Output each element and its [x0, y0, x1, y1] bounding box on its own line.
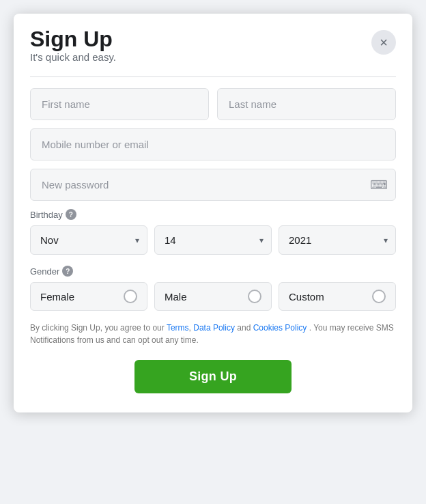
signup-button[interactable]: Sign Up	[134, 360, 292, 393]
terms-text: By clicking Sign Up, you agree to our Te…	[30, 322, 396, 346]
birthday-help-icon[interactable]: ?	[66, 209, 76, 220]
birthday-label-row: Birthday ?	[30, 209, 396, 220]
cookies-policy-link[interactable]: Cookies Policy	[253, 323, 307, 333]
gender-male-option[interactable]: Male	[154, 282, 272, 311]
close-icon: ×	[380, 35, 388, 51]
name-row	[30, 88, 396, 120]
password-wrapper: ⌨	[30, 169, 396, 201]
modal-title-group: Sign Up It's quick and easy.	[30, 27, 116, 74]
gender-male-label: Male	[165, 291, 187, 303]
gender-female-label: Female	[40, 291, 74, 303]
gender-custom-label: Custom	[289, 291, 324, 303]
close-button[interactable]: ×	[371, 30, 396, 55]
month-select-wrapper: Jan Feb Mar Apr May Jun Jul Aug Sep Oct …	[30, 225, 147, 255]
month-select[interactable]: Jan Feb Mar Apr May Jun Jul Aug Sep Oct …	[30, 225, 147, 255]
signup-button-label: Sign Up	[189, 369, 237, 383]
terms-and: and	[237, 323, 253, 333]
data-policy-link[interactable]: Data Policy	[193, 323, 235, 333]
first-name-input[interactable]	[30, 88, 209, 120]
gender-female-option[interactable]: Female	[30, 282, 147, 311]
birthday-row: Jan Feb Mar Apr May Jun Jul Aug Sep Oct …	[30, 225, 396, 255]
gender-custom-radio[interactable]	[372, 290, 386, 303]
header-divider	[30, 76, 396, 77]
gender-label: Gender	[30, 266, 59, 277]
password-input[interactable]	[30, 169, 396, 201]
terms-prefix: By clicking Sign Up, you agree to our	[30, 323, 167, 333]
day-select[interactable]: 123 456 789 101112 131415 161718 192021 …	[154, 225, 272, 255]
day-select-wrapper: 123 456 789 101112 131415 161718 192021 …	[154, 225, 272, 255]
signup-modal: Sign Up It's quick and easy. × ⌨ Birthda…	[14, 14, 412, 412]
gender-male-radio[interactable]	[248, 290, 261, 303]
gender-help-icon[interactable]: ?	[62, 266, 73, 277]
year-select[interactable]: 2021 2020 2019 2018 2017 2000 1990 1980	[279, 225, 396, 255]
modal-header: Sign Up It's quick and easy. ×	[30, 27, 396, 74]
terms-link[interactable]: Terms	[167, 323, 189, 333]
modal-title: Sign Up	[30, 27, 116, 51]
modal-subtitle: It's quick and easy.	[30, 51, 116, 63]
birthday-label: Birthday	[30, 210, 63, 220]
year-select-wrapper: 2021 2020 2019 2018 2017 2000 1990 1980 …	[279, 225, 396, 255]
gender-female-radio[interactable]	[124, 290, 137, 303]
gender-custom-option[interactable]: Custom	[279, 282, 396, 311]
mobile-row	[30, 128, 396, 160]
gender-label-row: Gender ?	[30, 266, 396, 277]
gender-row: Female Male Custom	[30, 282, 396, 311]
mobile-email-input[interactable]	[30, 128, 396, 160]
last-name-input[interactable]	[217, 88, 396, 120]
